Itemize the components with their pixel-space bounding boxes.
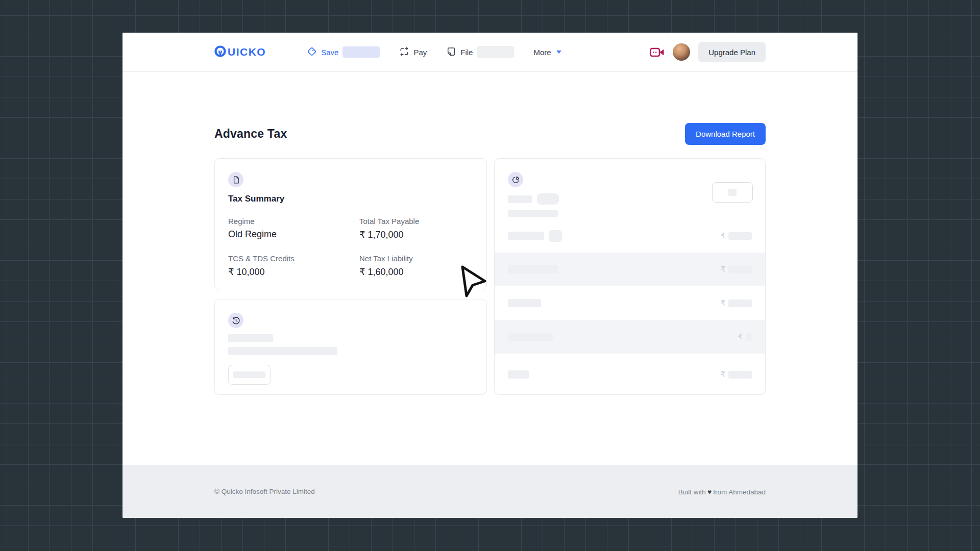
skeleton-row: ₹ — [495, 286, 765, 320]
skeleton-row: ₹ — [495, 219, 765, 253]
nav-file-label: File — [460, 48, 473, 57]
skeleton-bar — [508, 333, 553, 341]
skeleton-chip — [549, 230, 562, 242]
field-net-tax-liability: Net Tax Liability ₹ 1,60,000 — [359, 254, 473, 278]
file-status-placeholder — [477, 46, 514, 58]
upgrade-plan-button[interactable]: Upgrade Plan — [698, 42, 766, 62]
tax-breakdown-card-loading: ₹ ₹ — [494, 158, 766, 395]
skeleton-bar — [228, 347, 337, 355]
rupee-symbol: ₹ — [720, 370, 725, 379]
chevron-down-icon — [556, 51, 561, 54]
history-icon — [228, 313, 243, 328]
rupee-symbol: ₹ — [720, 298, 725, 308]
field-total-tax-payable: Total Tax Payable ₹ 1,70,000 — [359, 217, 473, 240]
nav-more-label: More — [533, 48, 551, 57]
nav-item-save[interactable]: Save — [307, 46, 380, 58]
main-nav: Save Pay — [307, 46, 561, 58]
tax-summary-grid: Regime Old Regime Total Tax Payable ₹ 1,… — [228, 217, 473, 278]
nav-save-label: Save — [321, 48, 338, 57]
built-with-text: Built with♥from Ahmedabad — [678, 488, 766, 496]
skeleton-bar — [508, 370, 529, 379]
nav-item-more[interactable]: More — [533, 48, 561, 57]
pie-chart-icon — [508, 172, 523, 187]
field-regime: Regime Old Regime — [228, 217, 359, 240]
skeleton-bar — [508, 232, 544, 240]
document-icon — [228, 172, 243, 187]
skeleton-bar — [508, 210, 558, 217]
nav-item-pay[interactable]: Pay — [399, 46, 427, 58]
skeleton-bar — [728, 232, 752, 240]
tax-summary-card: Tax Summary Regime Old Regime Total Tax … — [214, 158, 487, 290]
skeleton-row: ₹ — [495, 354, 765, 395]
nav-item-file[interactable]: File — [446, 46, 514, 58]
app-header: UICKO Save — [122, 33, 857, 72]
pay-transfer-icon — [399, 46, 409, 58]
quicko-logo[interactable]: UICKO — [214, 45, 266, 59]
skeleton-bar — [228, 334, 273, 342]
desktop-background: UICKO Save — [0, 0, 980, 551]
skeleton-bar — [508, 299, 541, 307]
skeleton-bar — [728, 299, 752, 307]
skeleton-badge — [537, 193, 559, 205]
logo-q-icon — [214, 45, 226, 59]
skeleton-row: ₹ — [495, 320, 765, 354]
skeleton-button[interactable] — [228, 365, 271, 385]
year-select-skeleton[interactable] — [712, 182, 753, 203]
skeleton-bar — [728, 189, 737, 196]
rupee-symbol: ₹ — [720, 231, 725, 240]
logo-wordmark: UICKO — [228, 46, 266, 58]
download-report-button[interactable]: Download Report — [685, 123, 766, 145]
skeleton-bar — [508, 265, 558, 273]
user-avatar[interactable] — [673, 43, 690, 61]
page-title: Advance Tax — [214, 127, 287, 141]
skeleton-row: ₹ — [495, 253, 765, 286]
skeleton-bar — [746, 333, 752, 341]
history-card-loading — [214, 299, 487, 395]
rupee-symbol: ₹ — [738, 332, 743, 341]
skeleton-bar — [728, 371, 752, 379]
heart-icon: ♥ — [706, 488, 713, 496]
app-footer: © Quicko Infosoft Private Limited Built … — [122, 465, 857, 518]
tax-summary-title: Tax Summary — [228, 194, 473, 204]
nav-pay-label: Pay — [413, 48, 427, 57]
app-window: UICKO Save — [122, 33, 857, 518]
save-status-placeholder — [342, 46, 380, 58]
rupee-symbol: ₹ — [720, 265, 725, 274]
skeleton-bar — [233, 371, 265, 378]
skeleton-bar — [728, 266, 752, 273]
skeleton-bar — [508, 195, 532, 203]
main-content: Advance Tax Download Report — [214, 72, 766, 465]
field-tcs-tds-credits: TCS & TDS Credits ₹ 10,000 — [228, 254, 359, 278]
file-document-icon — [446, 46, 456, 58]
video-call-icon[interactable] — [650, 46, 665, 58]
save-tag-icon — [307, 46, 317, 58]
header-right-group: Upgrade Plan — [650, 42, 766, 62]
copyright-text: © Quicko Infosoft Private Limited — [214, 488, 315, 495]
